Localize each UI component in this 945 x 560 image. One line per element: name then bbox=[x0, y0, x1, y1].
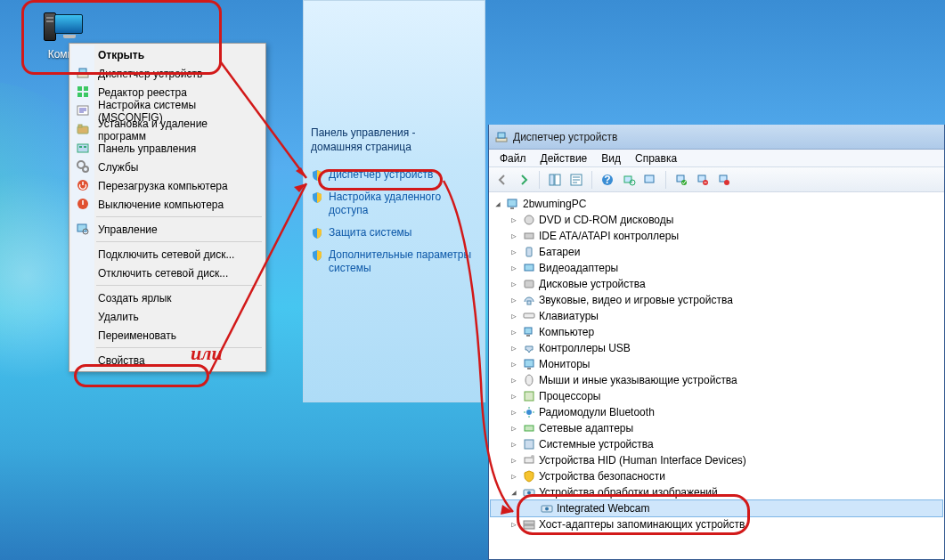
menu-help[interactable]: Справка bbox=[628, 150, 684, 166]
tb-properties[interactable] bbox=[566, 170, 586, 190]
tree-node-label: Компьютер bbox=[539, 326, 594, 338]
expand-icon[interactable]: ▷ bbox=[509, 376, 519, 385]
tree-node[interactable]: ▷Дисковые устройства bbox=[491, 276, 942, 292]
menu-file[interactable]: Файл bbox=[493, 150, 534, 166]
tree-node[interactable]: ▷Клавиатуры bbox=[491, 308, 942, 324]
expand-icon[interactable]: ▷ bbox=[509, 231, 519, 240]
expand-icon[interactable]: ▷ bbox=[509, 280, 519, 288]
expand-icon[interactable]: ▷ bbox=[509, 328, 519, 337]
svg-rect-37 bbox=[525, 233, 534, 239]
tb-disable[interactable] bbox=[693, 170, 713, 190]
menu-add-remove[interactable]: Установка и удаление программ bbox=[71, 120, 264, 139]
device-manager-icon bbox=[76, 66, 90, 80]
expand-icon[interactable]: ▷ bbox=[509, 392, 519, 401]
tree-node-label: Звуковые, видео и игровые устройства bbox=[539, 294, 733, 306]
tb-scan[interactable] bbox=[619, 170, 639, 190]
menu-properties[interactable]: Свойства bbox=[71, 351, 264, 369]
menu-action[interactable]: Действие bbox=[534, 150, 595, 166]
msconfig-icon bbox=[76, 103, 90, 118]
tree-node[interactable]: ▷Сетевые адаптеры bbox=[491, 420, 942, 436]
menu-open[interactable]: Открыть bbox=[71, 45, 264, 64]
svg-rect-4 bbox=[77, 93, 82, 97]
expand-icon[interactable]: ▷ bbox=[509, 215, 519, 224]
menu-shutdown[interactable]: Выключение компьютера bbox=[71, 195, 264, 214]
device-manager-icon bbox=[494, 130, 509, 144]
tree-node[interactable]: ▷Компьютер bbox=[491, 324, 942, 340]
menu-device-manager[interactable]: Диспетчер устройств bbox=[71, 64, 264, 83]
menu-create-shortcut[interactable]: Создать ярлык bbox=[71, 288, 264, 307]
tree-leaf-webcam[interactable]: Integrated Webcam bbox=[491, 500, 942, 516]
tb-back[interactable] bbox=[493, 170, 512, 190]
tree-node-label: Клавиатуры bbox=[539, 310, 599, 322]
svg-point-55 bbox=[527, 491, 531, 495]
menu-restart[interactable]: Перезагрузка компьютера bbox=[71, 176, 264, 195]
device-category-icon bbox=[522, 213, 536, 227]
tb-uninstall[interactable] bbox=[672, 170, 691, 190]
expand-icon[interactable]: ▷ bbox=[509, 440, 519, 449]
collapse-icon[interactable]: ◢ bbox=[509, 488, 519, 497]
tb-update[interactable] bbox=[640, 170, 660, 190]
cp-link-protection[interactable]: Защита системы bbox=[311, 226, 477, 239]
tree-node-host-adapters[interactable]: ▷ Хост-адаптеры запоминающих устройств bbox=[491, 516, 942, 532]
expand-icon[interactable]: ▷ bbox=[509, 456, 519, 465]
tree-node[interactable]: ▷Мыши и иные указывающие устройства bbox=[491, 372, 942, 388]
svg-rect-43 bbox=[525, 328, 532, 334]
tree-node-label: Контроллеры USB bbox=[539, 342, 631, 354]
tb-show-hide-tree[interactable] bbox=[545, 170, 565, 190]
svg-rect-34 bbox=[508, 199, 517, 207]
tree-node[interactable]: ▷Батареи bbox=[491, 244, 942, 260]
menu-delete[interactable]: Удалить bbox=[71, 307, 264, 326]
device-category-icon bbox=[522, 373, 536, 387]
cp-link-device-manager[interactable]: Диспетчер устройств bbox=[311, 168, 477, 182]
tree-node[interactable]: ▷DVD и CD-ROM дисководы bbox=[491, 212, 942, 228]
cp-link-advanced[interactable]: Дополнительные параметрысистемы bbox=[311, 248, 477, 275]
menu-rename[interactable]: Переименовать bbox=[71, 326, 264, 345]
svg-rect-3 bbox=[84, 86, 88, 91]
tree-node[interactable]: ▷Устройства HID (Human Interface Devices… bbox=[491, 452, 942, 468]
tree-node[interactable]: ▷Видеоадаптеры bbox=[491, 260, 942, 276]
tree-node[interactable]: ▷Устройства безопасности bbox=[491, 468, 942, 484]
svg-rect-41 bbox=[527, 301, 531, 304]
tree-node[interactable]: ▷Звуковые, видео и игровые устройства bbox=[491, 292, 942, 308]
menu-view[interactable]: Вид bbox=[594, 150, 628, 166]
tree-root[interactable]: ◢ 2bwumingPC bbox=[491, 196, 942, 212]
menu-services[interactable]: Службы bbox=[71, 158, 264, 176]
expand-icon[interactable]: ▷ bbox=[509, 360, 519, 369]
menu-disconnect-drive[interactable]: Отключить сетевой диск... bbox=[71, 264, 264, 282]
menu-control-panel[interactable]: Панель управления bbox=[71, 139, 264, 158]
tree-node[interactable]: ▷Процессоры bbox=[491, 388, 942, 404]
collapse-icon[interactable]: ◢ bbox=[493, 199, 503, 208]
expand-icon[interactable]: ▷ bbox=[509, 312, 519, 321]
expand-icon[interactable]: ▷ bbox=[509, 264, 519, 272]
menu-manage[interactable]: Управление bbox=[71, 220, 264, 239]
storage-icon bbox=[522, 517, 536, 532]
dm-titlebar[interactable]: Диспетчер устройств bbox=[489, 125, 944, 150]
menu-map-drive[interactable]: Подключить сетевой диск... bbox=[71, 245, 264, 264]
webcam-icon bbox=[540, 501, 554, 515]
tb-help[interactable]: ? bbox=[598, 170, 617, 190]
expand-icon[interactable]: ▷ bbox=[509, 248, 519, 256]
expand-icon[interactable]: ▷ bbox=[509, 296, 519, 304]
tree-node[interactable]: ▷Контроллеры USB bbox=[491, 340, 942, 356]
dm-tree[interactable]: ◢ 2bwumingPC ▷DVD и CD-ROM дисководы▷IDE… bbox=[489, 192, 944, 559]
tree-node-imaging[interactable]: ◢ Устройства обработки изображений bbox=[491, 484, 942, 500]
svg-point-47 bbox=[525, 375, 533, 386]
cp-link-remote[interactable]: Настройка удаленногодоступа bbox=[311, 191, 477, 217]
tb-enable[interactable] bbox=[714, 170, 734, 190]
tree-node[interactable]: ▷Мониторы bbox=[491, 356, 942, 372]
expand-icon[interactable]: ▷ bbox=[509, 520, 519, 529]
tree-node[interactable]: ▷Радиомодули Bluetooth bbox=[491, 404, 942, 420]
device-category-icon bbox=[522, 341, 536, 355]
tree-node[interactable]: ▷IDE ATA/ATAPI контроллеры bbox=[491, 228, 942, 244]
device-category-icon bbox=[522, 277, 536, 291]
expand-icon[interactable]: ▷ bbox=[509, 424, 519, 433]
expand-icon[interactable]: ▷ bbox=[509, 472, 519, 481]
tree-node[interactable]: ▷Системные устройства bbox=[491, 436, 942, 452]
expand-icon[interactable]: ▷ bbox=[509, 408, 519, 417]
svg-rect-38 bbox=[526, 248, 532, 256]
tb-forward[interactable] bbox=[514, 170, 534, 190]
expand-icon[interactable]: ▷ bbox=[509, 344, 519, 353]
svg-text:?: ? bbox=[604, 174, 610, 186]
svg-rect-5 bbox=[84, 93, 88, 97]
tree-node-label: Батареи bbox=[539, 246, 580, 258]
